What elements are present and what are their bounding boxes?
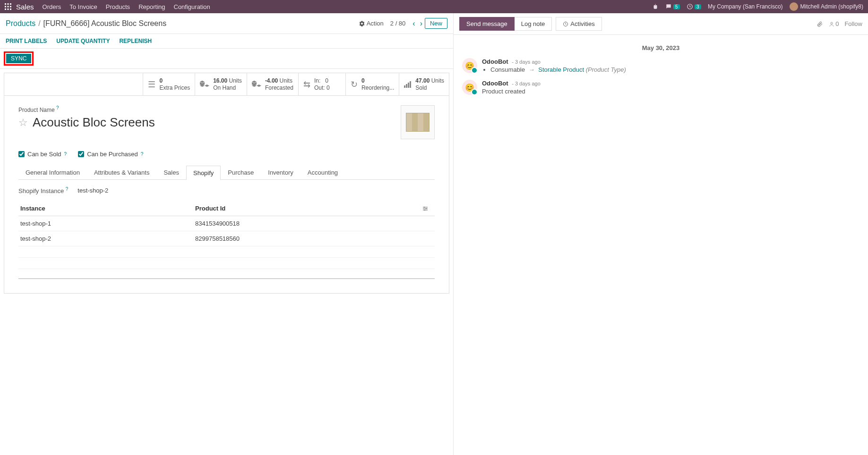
action-menu[interactable]: Action (359, 20, 384, 27)
follower-count[interactable]: 0 (829, 20, 839, 27)
sync-highlight: SYNC (4, 51, 34, 66)
message-author[interactable]: OdooBot (482, 58, 508, 65)
col-product-id[interactable]: Product Id (193, 201, 421, 216)
table-end-divider (18, 278, 435, 279)
product-name[interactable]: Acoustic Bloc Screens (33, 115, 155, 130)
checkbox-row: Can be Sold ? Can be Purchased ? (4, 151, 449, 158)
activities-button[interactable]: Activities (556, 17, 602, 31)
message-text: Product created (482, 88, 541, 95)
pager-next[interactable]: › (420, 19, 422, 28)
log-note-button[interactable]: Log note (515, 17, 552, 31)
message-time: - 3 days ago (512, 59, 541, 65)
menu-orders[interactable]: Orders (43, 3, 61, 10)
shopify-instance-value[interactable]: test-shop-2 (77, 187, 108, 194)
bot-avatar-icon: 😊 (462, 58, 477, 73)
help-icon[interactable]: ? (56, 105, 59, 110)
svg-rect-17 (423, 208, 428, 209)
tab-inventory[interactable]: Inventory (261, 165, 300, 179)
tab-purchase[interactable]: Purchase (221, 165, 261, 179)
tab-shopify[interactable]: Shopify (186, 166, 221, 180)
menu-products[interactable]: Products (106, 3, 130, 10)
sync-button[interactable]: SYNC (6, 54, 31, 63)
bot-avatar-icon: 😊 (462, 80, 477, 95)
update-quantity-button[interactable]: UPDATE QUANTITY (56, 38, 110, 44)
arrow-icon: → (529, 66, 535, 73)
clock-badge: 3 (695, 4, 701, 9)
stat-sold[interactable]: 47.00 Units Sold (399, 73, 449, 95)
product-header: Product Name ? ☆ Acoustic Bloc Screens (4, 96, 449, 144)
pager-prev[interactable]: ‹ (413, 19, 415, 28)
svg-rect-15 (423, 207, 428, 207)
svg-rect-3 (5, 6, 6, 8)
company-selector[interactable]: My Company (San Francisco) (708, 3, 783, 10)
product-name-label: Product Name (18, 107, 55, 113)
svg-point-21 (831, 22, 833, 24)
svg-rect-8 (10, 8, 11, 10)
help-icon[interactable]: ? (64, 152, 67, 157)
follow-button[interactable]: Follow (844, 20, 862, 27)
message-time: - 3 days ago (512, 81, 541, 86)
form-card: ☰ 0 Extra Prices 16.00 Units On Hand (4, 73, 449, 294)
brand-label[interactable]: Sales (16, 3, 34, 11)
filter-icon[interactable] (422, 206, 433, 211)
send-message-button[interactable]: Send message (459, 17, 515, 31)
shopify-instance-label: Shopify Instance (18, 187, 64, 194)
tabs: General Information Attributes & Variant… (18, 165, 435, 180)
svg-rect-1 (8, 3, 9, 5)
bar-chart-icon (404, 81, 412, 88)
pager-text[interactable]: 2 / 80 (390, 20, 406, 27)
chatter-date: May 30, 2023 (462, 44, 859, 51)
apps-icon[interactable] (5, 3, 11, 10)
sync-row: SYNC (0, 49, 453, 69)
breadcrumb-current: [FURN_6666] Acoustic Bloc Screens (43, 19, 167, 28)
boxes-icon (200, 80, 209, 89)
svg-rect-7 (8, 8, 9, 10)
svg-rect-2 (10, 3, 11, 5)
stat-reordering[interactable]: ↻ 0 Reordering... (346, 73, 399, 95)
table-row-empty[interactable] (18, 246, 435, 258)
svg-rect-4 (8, 6, 9, 8)
menu-configuration[interactable]: Configuration (174, 3, 210, 10)
product-image-placeholder (406, 113, 430, 132)
chatter-panel: Send message Log note Activities 0 Follo… (454, 13, 868, 455)
replenish-button[interactable]: REPLENISH (119, 38, 152, 44)
breadcrumb-sep: / (38, 19, 40, 28)
stat-on-hand[interactable]: 16.00 Units On Hand (195, 73, 247, 95)
message-author[interactable]: OdooBot (482, 80, 508, 87)
menu-to-invoice[interactable]: To Invoice (69, 3, 97, 10)
breadcrumb-root[interactable]: Products (6, 19, 35, 28)
can-be-purchased-checkbox[interactable]: Can be Purchased ? (78, 151, 143, 158)
help-icon[interactable]: ? (66, 186, 69, 192)
stat-forecasted[interactable]: -4.00 Units Forecasted (247, 73, 299, 95)
tab-attributes-variants[interactable]: Attributes & Variants (87, 165, 157, 179)
favorite-star-icon[interactable]: ☆ (18, 117, 28, 129)
chatter-toolbar: Send message Log note Activities 0 Follo… (454, 13, 868, 35)
tab-accounting[interactable]: Accounting (301, 165, 345, 179)
change-to-link[interactable]: Storable Product (538, 66, 584, 73)
can-be-sold-checkbox[interactable]: Can be Sold ? (18, 151, 67, 158)
tab-sales[interactable]: Sales (156, 165, 186, 179)
clock-icon[interactable]: 3 (687, 3, 701, 10)
col-instance[interactable]: Instance (18, 201, 193, 216)
stat-in-out[interactable]: ⇆ In: 0 Out: 0 (299, 73, 346, 95)
table-row-empty[interactable] (18, 258, 435, 269)
tab-content-shopify: Shopify Instance ? test-shop-2 Instance … (4, 180, 449, 293)
svg-rect-10 (404, 85, 405, 88)
svg-rect-0 (5, 3, 6, 5)
table-row[interactable]: test-shop-2 8299758518560 (18, 231, 435, 246)
product-image[interactable] (401, 105, 435, 139)
table-row[interactable]: test-shop-1 8341534900518 (18, 216, 435, 231)
help-icon[interactable]: ? (141, 152, 144, 157)
new-button[interactable]: New (425, 18, 447, 29)
chat-badge: 5 (673, 4, 680, 9)
shopify-instance-table: Instance Product Id test-shop-1 (18, 201, 435, 269)
user-menu[interactable]: Mitchell Admin (shopify8) (790, 2, 863, 11)
attachment-icon[interactable] (816, 21, 823, 27)
chat-icon[interactable]: 5 (665, 3, 680, 10)
menu-reporting[interactable]: Reporting (138, 3, 165, 10)
print-labels-button[interactable]: PRINT LABELS (6, 38, 47, 44)
svg-rect-19 (423, 210, 428, 210)
stat-extra-prices[interactable]: ☰ 0 Extra Prices (143, 73, 195, 95)
tab-general-information[interactable]: General Information (18, 165, 87, 179)
bug-icon[interactable] (652, 3, 659, 10)
